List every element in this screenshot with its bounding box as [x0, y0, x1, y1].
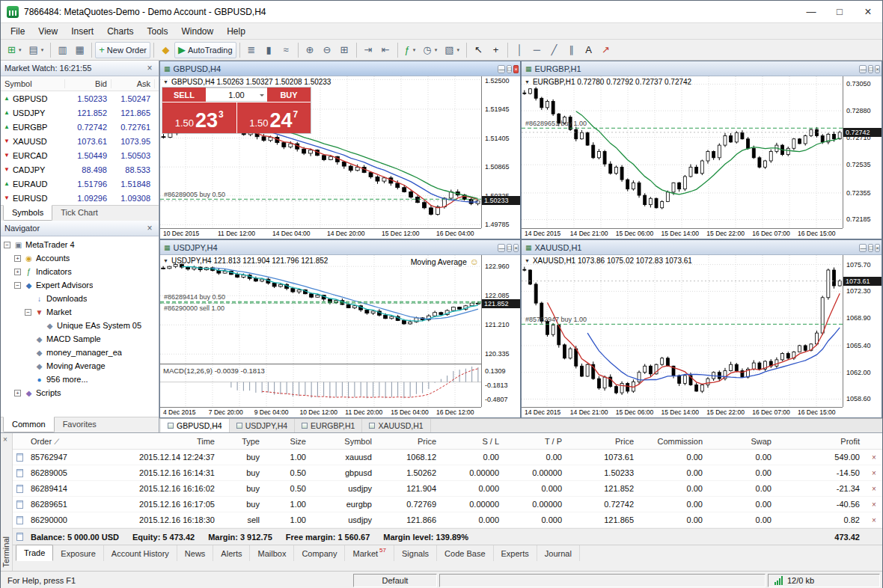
market-watch-row-eurcad[interactable]: ▼EURCAD1.504491.50503	[1, 148, 159, 162]
status-profile-selector[interactable]: Default	[353, 574, 437, 587]
navigator-close-icon[interactable]: ×	[144, 223, 155, 233]
menu-tools[interactable]: Tools	[141, 24, 175, 39]
chart-price-scale[interactable]: 1.525001.519451.514051.508651.503251.497…	[481, 76, 520, 228]
market-watch-tab-tick-chart[interactable]: Tick Chart	[52, 206, 106, 221]
terminal-order-row-86289414[interactable]: 862894142015.12.16 16:16:02buy0.50usdjpy…	[13, 481, 882, 497]
chart-titlebar-gbpusd-h4[interactable]: ▦GBPUSD,H4—□×	[160, 61, 520, 76]
chart-minimize-button[interactable]: —	[498, 65, 505, 73]
window-maximize-button[interactable]: □	[825, 1, 854, 22]
chart-shift-button[interactable]: ⇤	[377, 42, 394, 58]
navigator-item-macd-sample[interactable]: ◆MACD Sample	[1, 332, 159, 346]
metaeditor-button[interactable]: ◆	[157, 42, 174, 58]
terminal-tab-trade[interactable]: Trade	[16, 545, 53, 561]
one-click-buy-button[interactable]: BUY	[267, 88, 311, 102]
terminal-tab-company[interactable]: Company	[294, 545, 345, 561]
terminal-tab-exposure[interactable]: Exposure	[53, 545, 103, 561]
navigator-item-downloads[interactable]: ↓Downloads	[1, 292, 159, 305]
chart-plot-xauusd-h1[interactable]: #85762947 buy 1.00▼XAUUSD,H1 1073.86 107…	[522, 255, 843, 407]
horizontal-line-button[interactable]: ─	[528, 42, 546, 58]
market-watch-row-usdjpy[interactable]: ▲USDJPY121.852121.865	[1, 105, 159, 120]
navigator-item-indicators[interactable]: +ƒIndicators	[1, 265, 159, 278]
chart-plot-usdjpy-h4[interactable]: #86289414 buy 0.50#86290000 sell 1.00MAC…	[160, 255, 481, 407]
chart-titlebar-usdjpy-h4[interactable]: ▦USDJPY,H4—□×	[160, 240, 520, 255]
chart-minimize-button[interactable]: —	[498, 244, 505, 252]
terminal-column-price2[interactable]: Price	[568, 437, 640, 446]
terminal-column-order[interactable]: Order∕	[28, 437, 94, 446]
new-order-button[interactable]: +New Order	[95, 42, 150, 58]
text-button[interactable]: A	[580, 42, 597, 58]
tree-expander-plus-icon[interactable]: +	[14, 255, 21, 262]
chart-close-button[interactable]: ×	[875, 65, 880, 73]
chart-titlebar-xauusd-h1[interactable]: ▦XAUUSD,H1—□×	[522, 240, 882, 255]
terminal-order-row-86289651[interactable]: 862896512015.12.16 16:17:05buy1.00eurgbp…	[13, 497, 882, 512]
market-watch-row-euraud[interactable]: ▲EURAUD1.517961.51848	[1, 177, 159, 191]
zoom-in-button[interactable]: ⊕	[302, 42, 319, 58]
market-watch-toggle[interactable]: ▥	[54, 42, 71, 58]
close-position-icon[interactable]: ×	[866, 500, 882, 509]
channel-button[interactable]: ∥	[563, 42, 580, 58]
navigator-item-metatrader-4[interactable]: −▣MetaTrader 4	[1, 238, 159, 251]
navigator-item-956-more-[interactable]: ●956 more...	[1, 373, 159, 386]
menu-help[interactable]: Help	[220, 24, 252, 39]
indicators-button[interactable]: ƒ▾	[401, 42, 420, 58]
chart-minimize-button[interactable]: —	[859, 244, 867, 252]
menu-view[interactable]: View	[31, 24, 64, 39]
chart-minimize-button[interactable]: —	[859, 65, 867, 73]
terminal-tab-news[interactable]: News	[177, 545, 214, 561]
terminal-column-tp[interactable]: T / P	[505, 437, 568, 446]
arrow-objects-button[interactable]: ↗	[597, 42, 614, 58]
terminal-tab-alerts[interactable]: Alerts	[213, 545, 250, 561]
terminal-column-commission[interactable]: Commission	[640, 437, 709, 446]
navigator-item-market[interactable]: −▼Market	[1, 305, 159, 319]
terminal-order-row-85762947[interactable]: 857629472015.12.14 12:24:37buy1.00xauusd…	[13, 450, 882, 465]
market-watch-close-icon[interactable]: ×	[144, 63, 155, 73]
data-window-toggle[interactable]: ▦	[71, 42, 88, 58]
chart-plot-gbpusd-h4[interactable]: #86289005 buy 0.50▼GBPUSD,H4 1.50263 1.5…	[160, 76, 481, 228]
tree-expander-minus-icon[interactable]: −	[25, 309, 31, 316]
terminal-column-profit[interactable]: Profit	[777, 437, 866, 446]
templates-button[interactable]: ▧▾	[441, 42, 463, 58]
tree-expander-plus-icon[interactable]: +	[14, 269, 21, 275]
market-watch-row-eurgbp[interactable]: ▲EURGBP0.727420.72761	[1, 120, 159, 134]
close-position-icon[interactable]: ×	[866, 485, 882, 493]
one-click-volume-input[interactable]: 1.00	[206, 88, 267, 102]
chart-price-scale[interactable]: 0.730500.728800.727100.725350.723550.721…	[843, 76, 882, 228]
chart-price-scale[interactable]: 1075.701072.301068.901065.401062.001058.…	[843, 255, 882, 407]
market-watch-tab-symbols[interactable]: Symbols	[3, 205, 52, 221]
vertical-line-button[interactable]: │	[511, 42, 528, 58]
market-watch-row-eurusd[interactable]: ▼EURUSD1.092961.09308	[1, 191, 159, 205]
terminal-column-type[interactable]: Type	[221, 437, 266, 446]
chart-tab-xauusd-h1[interactable]: XAUUSD,H1	[362, 419, 430, 432]
tree-expander-minus-icon[interactable]: −	[14, 282, 21, 289]
terminal-tab-account-history[interactable]: Account History	[104, 545, 177, 561]
chart-tab-eurgbp-h1[interactable]: EURGBP,H1	[295, 419, 362, 432]
close-position-icon[interactable]: ×	[866, 469, 882, 477]
market-watch-row-xauusd[interactable]: ▼XAUUSD1073.611073.95	[1, 134, 159, 148]
cursor-button[interactable]: ↖	[470, 42, 487, 58]
chart-restore-button[interactable]: □	[507, 244, 512, 252]
close-position-icon[interactable]: ×	[866, 516, 882, 524]
terminal-tab-mailbox[interactable]: Mailbox	[250, 545, 294, 561]
navigator-item-unique-eas-system-05[interactable]: ◆Unique EAs System 05	[1, 319, 159, 332]
autotrading-button[interactable]: ▶AutoTrading	[174, 42, 236, 58]
new-chart-button[interactable]: ⊞▾	[4, 42, 25, 58]
window-minimize-button[interactable]: —	[797, 1, 825, 22]
navigator-item-expert-advisors[interactable]: −◆Expert Advisors	[1, 278, 159, 292]
trendline-button[interactable]: ╱	[546, 42, 563, 58]
tree-expander-plus-icon[interactable]: +	[14, 390, 21, 396]
menu-insert[interactable]: Insert	[64, 24, 100, 39]
periods-button[interactable]: ◷▾	[419, 42, 441, 58]
chart-restore-button[interactable]: □	[507, 65, 512, 73]
terminal-column-size[interactable]: Size	[266, 437, 312, 446]
menu-charts[interactable]: Charts	[100, 24, 140, 39]
crosshair-button[interactable]: +	[487, 42, 504, 58]
chart-tab-gbpusd-h4[interactable]: GBPUSD,H4	[161, 419, 230, 432]
market-watch-row-gbpusd[interactable]: ▲GBPUSD1.502331.50247	[1, 91, 159, 105]
tree-expander-minus-icon[interactable]: −	[4, 242, 10, 248]
menu-file[interactable]: File	[4, 24, 31, 39]
terminal-close-icon[interactable]: ×	[3, 435, 7, 444]
window-close-button[interactable]: ×	[854, 1, 882, 22]
chart-bars-button[interactable]: ≣	[243, 42, 260, 58]
chart-price-scale[interactable]: 0.1309-0.1813-0.4807122.960122.085121.21…	[481, 255, 520, 407]
navigator-item-money-manager-ea[interactable]: ◆money_manager_ea	[1, 346, 159, 359]
